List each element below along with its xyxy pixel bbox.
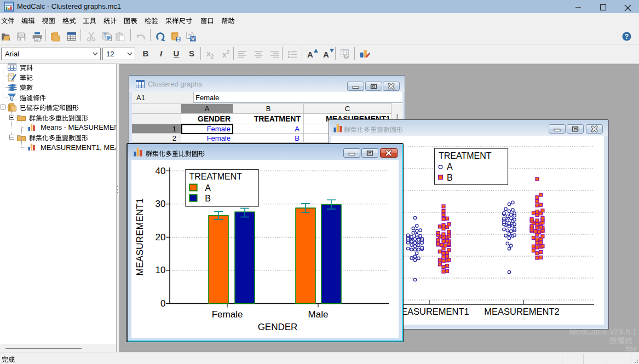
svg-text:GENDER: GENDER (258, 322, 298, 332)
svg-text:B: B (205, 194, 211, 203)
svg-text:MEASUREMENT1: MEASUREMENT1 (394, 307, 469, 316)
svg-text:B: B (295, 134, 300, 142)
svg-text:A: A (205, 105, 210, 113)
svg-text:B: B (266, 105, 271, 113)
svg-text:W: W (191, 37, 195, 42)
svg-text:MEASUREMENT1: MEASUREMENT1 (135, 198, 145, 276)
svg-text:TREATMENT: TREATMENT (439, 151, 492, 160)
svg-text:TREATMENT: TREATMENT (189, 172, 242, 181)
svg-text:1: 1 (172, 125, 176, 133)
svg-text:0: 0 (160, 298, 165, 309)
svg-text:A: A (447, 162, 453, 171)
svg-text:40: 40 (156, 166, 166, 176)
svg-text:MEASUREMENT2: MEASUREMENT2 (484, 307, 560, 316)
svg-text:2: 2 (172, 134, 176, 142)
svg-text:GENDER: GENDER (198, 114, 231, 123)
svg-text:Male: Male (308, 309, 329, 320)
svg-text:Female: Female (212, 309, 243, 320)
svg-text:30: 30 (156, 199, 166, 209)
svg-text:C: C (345, 105, 350, 113)
svg-text:A: A (205, 183, 211, 193)
svg-text:20: 20 (156, 232, 166, 242)
svg-text:10: 10 (156, 265, 166, 275)
svg-text:Female: Female (207, 134, 231, 142)
svg-text:?: ? (625, 33, 629, 41)
svg-text:Female: Female (207, 125, 231, 133)
svg-text:TREATMENT: TREATMENT (254, 114, 301, 123)
svg-text:A: A (295, 125, 300, 133)
svg-text:B: B (447, 173, 453, 182)
